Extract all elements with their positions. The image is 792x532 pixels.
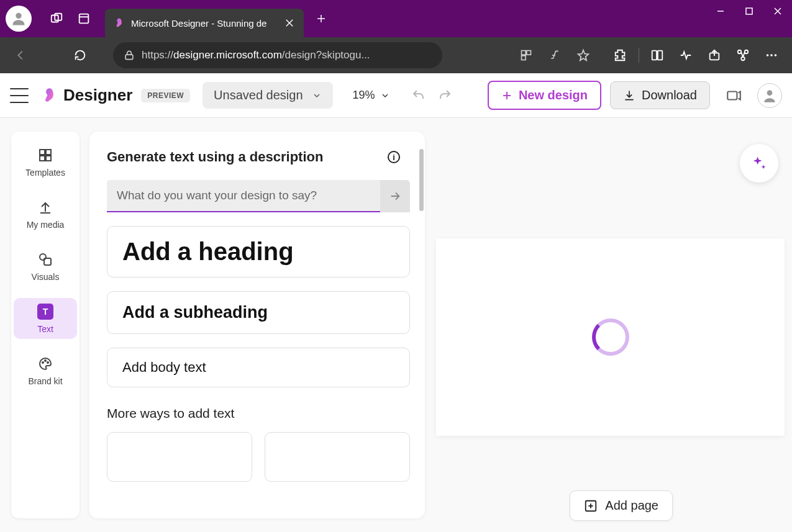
zoom-dropdown[interactable]: 19%	[353, 89, 390, 102]
download-icon	[623, 89, 635, 102]
svg-rect-31	[46, 150, 51, 155]
svg-rect-14	[522, 51, 526, 55]
more-ways-heading: More ways to add text	[107, 406, 410, 421]
zoom-value: 19%	[353, 89, 375, 102]
refresh-button[interactable]	[67, 42, 93, 68]
svg-point-36	[42, 362, 43, 363]
more-icon[interactable]	[758, 42, 785, 68]
person-icon	[762, 88, 778, 104]
add-subheading-button[interactable]: Add a subheading	[107, 291, 410, 334]
design-name-dropdown[interactable]: Unsaved design	[203, 82, 332, 109]
svg-point-29	[767, 90, 773, 96]
design-canvas[interactable]	[436, 238, 785, 436]
rail-templates[interactable]: Templates	[14, 142, 77, 183]
generate-text-input[interactable]	[107, 180, 380, 212]
add-page-button[interactable]: Add page	[570, 490, 673, 521]
chevron-down-icon	[380, 91, 390, 101]
svg-point-37	[45, 360, 46, 361]
download-button[interactable]: Download	[610, 81, 710, 109]
rail-text[interactable]: T Text	[14, 298, 77, 339]
rail-my-media[interactable]: My media	[14, 194, 77, 235]
generate-submit-button[interactable]	[380, 180, 410, 212]
palette-icon	[37, 355, 54, 372]
svg-point-20	[738, 50, 742, 54]
loading-spinner	[592, 318, 629, 356]
new-tab-button[interactable]	[307, 5, 335, 32]
tab-title: Microsoft Designer - Stunning de	[131, 18, 278, 29]
preview-badge: PREVIEW	[141, 89, 190, 102]
text-icon: T	[37, 303, 54, 320]
favorite-icon[interactable]	[570, 42, 596, 68]
svg-rect-33	[46, 156, 51, 161]
tabs-icon[interactable]	[70, 5, 98, 32]
address-bar[interactable]: https://designer.microsoft.com/design?sk…	[113, 42, 442, 68]
app-mode-icon[interactable]	[513, 42, 539, 68]
close-window-button[interactable]	[763, 0, 792, 22]
split-screen-icon[interactable]	[644, 42, 670, 68]
designer-favicon-icon	[114, 17, 125, 29]
health-icon[interactable]	[673, 42, 699, 68]
svg-rect-17	[652, 51, 657, 60]
close-tab-icon[interactable]	[284, 17, 295, 29]
app-window: Designer PREVIEW Unsaved design 19% New …	[0, 73, 792, 532]
app-name: Designer	[63, 86, 132, 105]
svg-rect-13	[125, 55, 133, 60]
maximize-button[interactable]	[735, 0, 763, 22]
app-header: Designer PREVIEW Unsaved design 19% New …	[0, 73, 792, 118]
svg-point-34	[40, 254, 46, 260]
chevron-down-icon	[312, 91, 322, 101]
add-body-text-button[interactable]: Add body text	[107, 348, 410, 387]
collections-icon[interactable]	[730, 42, 756, 68]
url-text: https://designer.microsoft.com/design?sk…	[142, 49, 432, 61]
svg-point-23	[767, 54, 769, 56]
text-panel: Generate text using a description i Add …	[89, 132, 425, 518]
designer-logo-icon	[41, 87, 58, 104]
minimize-button[interactable]	[706, 0, 735, 22]
read-aloud-icon[interactable]	[542, 42, 568, 68]
browser-tab-active[interactable]: Microsoft Designer - Stunning de	[105, 9, 304, 37]
info-icon[interactable]: i	[388, 151, 400, 163]
sparkle-icon	[750, 155, 768, 172]
design-name: Unsaved design	[214, 88, 303, 102]
more-text-tile-1[interactable]	[107, 432, 252, 482]
new-design-button[interactable]: New design	[488, 81, 601, 110]
more-text-tile-2[interactable]	[265, 432, 410, 482]
person-icon	[10, 10, 27, 27]
profile-avatar[interactable]	[6, 6, 32, 32]
copilot-icon[interactable]	[722, 84, 745, 107]
back-button[interactable]	[7, 42, 34, 68]
panel-title-row: Generate text using a description i	[107, 149, 410, 165]
ai-sparkle-button[interactable]	[740, 144, 778, 183]
svg-rect-16	[522, 56, 526, 60]
redo-button[interactable]	[434, 84, 456, 107]
undo-button[interactable]	[407, 84, 430, 107]
browser-tab-strip: Microsoft Designer - Stunning de	[0, 0, 792, 37]
plus-icon	[501, 90, 512, 101]
left-rail: Templates My media Visuals T Text Brand …	[11, 132, 80, 518]
panel-scrollbar[interactable]	[419, 149, 424, 211]
svg-rect-32	[40, 156, 45, 161]
add-heading-button[interactable]: Add a heading	[107, 226, 410, 277]
svg-point-0	[16, 13, 21, 19]
svg-point-24	[770, 54, 773, 56]
svg-rect-28	[727, 91, 737, 99]
user-avatar[interactable]	[757, 83, 782, 108]
share-icon[interactable]	[701, 42, 727, 68]
svg-point-21	[745, 50, 749, 54]
visuals-icon	[37, 251, 54, 268]
rail-visuals[interactable]: Visuals	[14, 246, 77, 287]
extensions-icon[interactable]	[608, 42, 634, 68]
templates-icon	[37, 147, 54, 164]
menu-button[interactable]	[10, 88, 29, 103]
arrow-right-icon	[388, 189, 402, 203]
workspaces-icon[interactable]	[43, 5, 70, 32]
upload-icon	[37, 199, 54, 216]
canvas-area: Add page	[436, 132, 785, 518]
rail-brand-kit[interactable]: Brand kit	[14, 350, 77, 391]
svg-rect-15	[527, 51, 531, 55]
designer-logo-group[interactable]: Designer	[41, 86, 132, 105]
svg-rect-30	[40, 150, 45, 155]
plus-box-icon	[584, 499, 598, 513]
browser-toolbar: https://designer.microsoft.com/design?sk…	[0, 37, 792, 73]
svg-rect-3	[80, 14, 89, 24]
